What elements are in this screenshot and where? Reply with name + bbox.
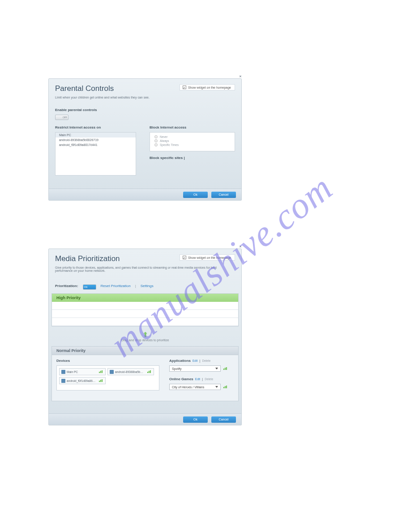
normal-priority-box: Normal Priority Devices Main PC android-… — [51, 346, 239, 401]
radio-label: Never — [160, 135, 167, 138]
radio-icon — [154, 143, 158, 146]
signal-bars-icon — [147, 370, 152, 373]
prioritization-label: Prioritization: — [55, 284, 78, 288]
cancel-button[interactable]: Cancel — [211, 416, 236, 423]
high-priority-box: High Priority — [51, 293, 239, 326]
settings-link[interactable]: Settings — [141, 284, 154, 288]
prioritization-toggle[interactable]: ON — [83, 284, 96, 290]
subtitle-text: Give priority to those devices, applicat… — [49, 266, 241, 277]
priority-slot[interactable] — [52, 310, 238, 318]
device-name: android_f0f1d09a86… — [67, 379, 95, 382]
drop-instruction: ⬆ Drag and drop devices to prioritize — [49, 326, 241, 342]
toggle-state-label: OFF — [63, 116, 67, 119]
toggle-state-label: ON — [84, 286, 88, 288]
device-name: android-89368ba5b… — [115, 370, 143, 373]
applications-label: Applications — [169, 359, 191, 363]
device-icon — [61, 370, 65, 374]
dropdown-value: City of Heroes / Villians — [172, 386, 204, 389]
devices-label: Devices — [56, 359, 159, 363]
games-dropdown[interactable]: City of Heroes / Villians — [169, 384, 221, 390]
reset-prioritization-link[interactable]: Reset Prioritization — [101, 284, 131, 288]
subtitle-text: Limit when your children get online and … — [49, 96, 241, 103]
show-widget-label: Show widget on the homepage — [188, 86, 231, 89]
normal-priority-header: Normal Priority — [52, 347, 238, 355]
priority-slot[interactable] — [52, 302, 238, 310]
device-chip[interactable]: android-89368ba5b… — [107, 368, 154, 375]
parental-controls-panel: ✕ Parental Controls ✓ Show widget on the… — [48, 78, 242, 201]
close-icon[interactable]: ✕ — [239, 245, 242, 249]
ok-button[interactable]: Ok — [183, 416, 208, 423]
applications-dropdown[interactable]: Spotify — [169, 365, 221, 372]
high-priority-dropzone[interactable] — [52, 302, 238, 326]
device-chip[interactable]: Main PC — [59, 368, 106, 375]
high-priority-header: High Priority — [52, 294, 238, 302]
chevron-down-icon — [215, 386, 218, 388]
list-item[interactable]: android_f0f1d09a8017d441 — [56, 142, 136, 147]
edit-link[interactable]: Edit — [193, 359, 197, 362]
signal-bars-icon — [223, 386, 228, 388]
chevron-down-icon — [215, 368, 218, 369]
devices-container: Main PC android-89368ba5b… android_f0f1d… — [56, 365, 159, 390]
list-item[interactable]: Main PC — [56, 133, 136, 137]
device-icon — [110, 370, 114, 374]
show-widget-checkbox[interactable]: ✓ Show widget on the homepage — [180, 254, 235, 261]
arrow-up-icon: ⬆ — [49, 333, 241, 337]
device-chip[interactable]: android_f0f1d09a86… — [59, 377, 106, 384]
page-title: Parental Controls — [55, 84, 114, 93]
show-widget-label: Show widget on the homepage — [188, 256, 231, 259]
device-icon — [61, 379, 65, 383]
close-icon[interactable]: ✕ — [239, 75, 242, 78]
priority-slot[interactable] — [52, 318, 238, 326]
show-widget-checkbox[interactable]: ✓ Show widget on the homepage — [180, 84, 235, 90]
signal-bars-icon — [99, 379, 103, 382]
media-prioritization-panel: ✕ Media Prioritization ✓ Show widget on … — [48, 249, 242, 425]
signal-bars-icon — [99, 370, 103, 373]
cancel-button[interactable]: Cancel — [211, 192, 236, 198]
block-access-radiogroup: Never Always Specific Times — [150, 132, 235, 151]
checkmark-icon: ✓ — [183, 86, 186, 89]
radio-icon — [154, 139, 158, 142]
radio-label: Specific Times — [160, 143, 179, 146]
enable-parental-toggle[interactable]: OFF — [55, 115, 68, 120]
radio-specific[interactable]: Specific Times — [154, 143, 230, 146]
list-item[interactable]: android-89368ba5b0026719 — [56, 137, 136, 142]
radio-always[interactable]: Always — [154, 139, 230, 142]
restrict-access-label: Restrict Internet access on — [55, 125, 136, 129]
dialog-footer: Ok Cancel — [49, 413, 241, 425]
radio-label: Always — [160, 139, 169, 142]
separator: | — [199, 359, 200, 363]
radio-icon — [154, 135, 158, 138]
separator: | — [202, 377, 203, 381]
online-games-label: Online Games — [169, 377, 193, 381]
block-sites-label[interactable]: Block specific sites | — [150, 156, 235, 160]
dialog-footer: Ok Cancel — [49, 189, 241, 200]
delete-link[interactable]: Delete — [202, 359, 210, 362]
device-name: Main PC — [67, 370, 78, 373]
device-listbox[interactable]: Main PC android-89368ba5b0026719 android… — [55, 132, 136, 176]
signal-bars-icon — [223, 367, 228, 370]
separator: | — [135, 284, 136, 288]
block-access-label: Block Internet access — [150, 125, 235, 129]
ok-button[interactable]: Ok — [183, 192, 208, 198]
dropdown-value: Spotify — [172, 367, 181, 370]
enable-parental-label: Enable parental controls — [55, 108, 235, 112]
checkmark-icon: ✓ — [183, 256, 186, 259]
drop-text: Drag and drop devices to prioritize — [49, 339, 241, 342]
delete-link[interactable]: Delete — [205, 378, 213, 381]
page-title: Media Prioritization — [55, 254, 120, 263]
edit-link[interactable]: Edit — [195, 378, 200, 381]
radio-never[interactable]: Never — [154, 135, 230, 138]
